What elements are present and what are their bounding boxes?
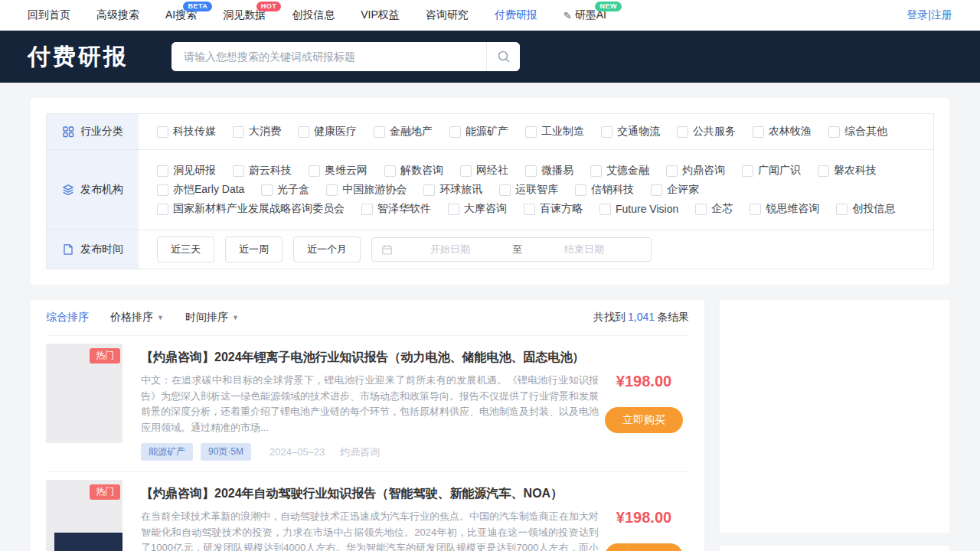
checkbox-label: 金融地产 — [390, 125, 433, 139]
industry-checkbox[interactable]: 交通物流 — [601, 125, 660, 139]
caret-down-icon: ▼ — [157, 314, 164, 321]
industry-checkbox[interactable]: 科技传媒 — [157, 125, 216, 139]
checkbox-label: 创投信息 — [852, 202, 895, 216]
end-date-placeholder: 结束日期 — [527, 243, 642, 256]
sort-tab[interactable]: 价格排序 ▼ — [110, 311, 164, 324]
nav-item[interactable]: ✎ 研墨AI NEW — [564, 8, 606, 22]
checkbox-label: 综合其他 — [844, 125, 887, 139]
checkbox-label: 中国旅游协会 — [342, 183, 407, 197]
checkbox-label: 解数咨询 — [400, 164, 443, 178]
publisher-checkbox[interactable]: 磐农科技 — [818, 164, 877, 178]
nav-item[interactable]: 创投信息 — [292, 8, 335, 22]
publisher-checkbox[interactable]: 中国旅游协会 — [326, 183, 407, 197]
publisher-checkbox[interactable]: 锐思维咨询 — [750, 202, 819, 216]
publisher-checkbox[interactable]: 艾德金融 — [590, 164, 649, 178]
report-title[interactable]: 【灼鼎咨询】2024年锂离子电池行业知识报告（动力电池、储能电池、固态电池） — [141, 350, 599, 366]
start-date-placeholder: 开始日期 — [393, 243, 508, 256]
industry-checkbox[interactable]: 农林牧渔 — [753, 125, 812, 139]
publisher-checkbox[interactable]: 大摩咨询 — [448, 202, 507, 216]
sort-tab[interactable]: 综合排序 — [46, 311, 89, 324]
industry-checkbox[interactable]: 工业制造 — [525, 125, 584, 139]
industry-checkbox[interactable]: 大消费 — [233, 125, 281, 139]
checkbox-icon — [361, 204, 373, 215]
price: ¥198.00 — [616, 373, 671, 390]
report-title[interactable]: 【灼鼎咨询】2024年自动驾驶行业知识报告（智能驾驶、新能源汽车、NOA） — [141, 486, 599, 502]
publisher-checkbox[interactable]: 解数咨询 — [384, 164, 443, 178]
publisher-checkbox[interactable]: Future Vision — [599, 203, 678, 215]
search-button[interactable] — [486, 42, 520, 71]
publisher-checkbox[interactable]: 企芯 — [695, 202, 733, 216]
time-quick-button[interactable]: 近一个月 — [293, 236, 361, 262]
report-meta: 能源矿产 90页·5M 2024–05–23 灼鼎咨询 — [141, 443, 599, 461]
publisher-checkbox[interactable]: 信销科技 — [575, 183, 634, 197]
nav-item[interactable]: 咨询研究 — [426, 8, 469, 22]
pen-icon: ✎ — [564, 10, 572, 21]
publisher-checkbox[interactable]: 亦恺Early Data — [157, 183, 244, 197]
checkbox-icon — [695, 204, 707, 215]
publisher-checkbox[interactable]: 运联智库 — [499, 183, 558, 197]
results-list: 综合排序 价格排序 ▼ 时间排序 ▼ 共找到1,041条结果 — [31, 300, 704, 551]
publisher-checkbox[interactable]: 光子盒 — [261, 183, 309, 197]
publisher-checkbox[interactable]: 洞见研报 — [157, 164, 216, 178]
filter-row-industry: 行业分类 科技传媒 大消费 健康医疗 — [47, 114, 933, 150]
nav-item[interactable]: 高级搜索 — [96, 8, 139, 22]
checkbox-icon — [499, 184, 511, 196]
publisher-checkbox[interactable]: 微播易 — [525, 164, 573, 178]
industry-checkbox[interactable]: 健康医疗 — [298, 125, 357, 139]
nav-item[interactable]: 付费研报 — [495, 8, 537, 22]
nav-item[interactable]: 回到首页 — [28, 8, 70, 22]
industry-checkbox[interactable]: 综合其他 — [828, 125, 887, 139]
date-range-picker[interactable]: 开始日期 至 结束日期 — [371, 237, 652, 262]
hero-header: 付费研报 — [0, 31, 980, 83]
report-thumbnail[interactable]: 热门 — [46, 344, 122, 443]
hot-badge: 热门 — [90, 348, 120, 364]
search-input[interactable] — [172, 42, 486, 71]
nav-item-label: 付费研报 — [495, 8, 537, 22]
publisher-checkbox[interactable]: 环球旅讯 — [423, 183, 482, 197]
checkbox-label: 灼鼎咨询 — [682, 164, 725, 178]
filter-row-publisher: 发布机构 洞见研报 蔚云科技 奥维云网 — [47, 150, 933, 230]
checkbox-label: 网经社 — [476, 164, 508, 178]
report-thumbnail[interactable]: 热门 — [46, 480, 122, 551]
buy-now-button[interactable]: 立即购买 — [605, 543, 683, 551]
sidebar — [720, 300, 949, 551]
publisher-checkbox[interactable]: 网经社 — [460, 164, 508, 178]
industry-checkbox[interactable]: 公共服务 — [677, 125, 736, 139]
result-count: 共找到1,041条结果 — [593, 311, 689, 324]
checkbox-label: 交通物流 — [617, 125, 660, 139]
checkbox-icon — [233, 126, 244, 138]
checkbox-icon — [374, 126, 385, 138]
publisher-checkbox[interactable]: 企评家 — [651, 183, 699, 197]
checkbox-label: 艾德金融 — [606, 164, 649, 178]
publisher-checkbox[interactable]: 智泽华软件 — [361, 202, 431, 216]
publisher-checkbox[interactable]: 百谏方略 — [524, 202, 583, 216]
checkbox-icon — [677, 126, 688, 138]
hot-badge: 热门 — [90, 484, 120, 500]
publisher-checkbox[interactable]: 灼鼎咨询 — [666, 164, 725, 178]
checkbox-icon — [261, 184, 273, 196]
checkbox-label: 大消费 — [249, 125, 281, 139]
nav-item[interactable]: VIP权益 — [361, 8, 400, 22]
nav-item[interactable]: AI搜索 BETA — [165, 8, 197, 22]
publisher-checkbox[interactable]: 国家新材料产业发展战略咨询委员会 — [157, 202, 345, 216]
login-register-link[interactable]: 登录|注册 — [906, 8, 952, 22]
nav-item[interactable]: 洞见数据 HOT — [223, 8, 266, 22]
report-card: 热门 【灼鼎咨询】2024年锂离子电池行业知识报告（动力电池、储能电池、固态电池… — [46, 336, 689, 471]
publisher-checkbox[interactable]: 创投信息 — [836, 202, 895, 216]
publisher-checkbox[interactable]: 广闻广识 — [742, 164, 801, 178]
checkbox-label: 蔚云科技 — [249, 164, 292, 178]
checkbox-icon — [298, 126, 309, 138]
industry-checkbox[interactable]: 金融地产 — [374, 125, 433, 139]
publisher-name: 灼鼎咨询 — [340, 445, 380, 459]
checkbox-icon — [836, 204, 848, 215]
time-quick-button[interactable]: 近一周 — [225, 236, 283, 262]
price: ¥198.00 — [616, 509, 671, 527]
publish-date: 2024–05–23 — [270, 446, 325, 458]
publisher-checkbox[interactable]: 蔚云科技 — [233, 164, 292, 178]
sort-tab[interactable]: 时间排序 ▼ — [185, 311, 239, 324]
nav-badge: HOT — [256, 2, 282, 11]
publisher-checkbox[interactable]: 奥维云网 — [309, 164, 368, 178]
time-quick-button[interactable]: 近三天 — [157, 236, 214, 262]
industry-checkbox[interactable]: 能源矿产 — [449, 125, 508, 139]
buy-now-button[interactable]: 立即购买 — [605, 407, 683, 433]
